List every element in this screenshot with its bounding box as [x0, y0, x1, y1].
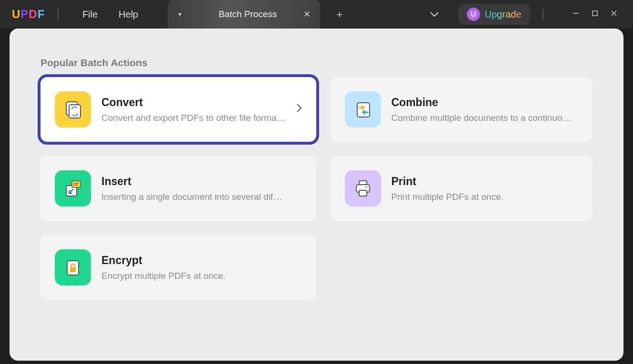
chevron-right-icon — [296, 103, 302, 116]
section-title: Popular Batch Actions — [40, 57, 593, 69]
card-desc: Encrypt multiple PDFs at once. — [101, 271, 302, 281]
chevron-down-icon[interactable] — [430, 10, 439, 20]
card-title: Encrypt — [101, 254, 302, 267]
card-desc: Combine multiple documents to a continuo… — [392, 113, 579, 123]
card-desc: Inserting a single document into several… — [101, 192, 302, 202]
action-grid: Convert Convert and export PDFs to other… — [40, 77, 593, 300]
card-desc: Convert and export PDFs to other file fo… — [101, 113, 286, 123]
card-title: Combine — [392, 96, 579, 109]
card-combine[interactable]: Combine Combine multiple documents to a … — [331, 77, 593, 142]
svg-rect-6 — [72, 181, 80, 187]
print-icon — [345, 170, 381, 207]
card-print[interactable]: Print Print multiple PDFs at once. — [331, 156, 593, 221]
card-insert[interactable]: Insert Inserting a single document into … — [40, 156, 316, 221]
encrypt-icon — [55, 249, 91, 285]
window-controls — [566, 10, 623, 19]
svg-rect-11 — [359, 190, 367, 196]
menu-file[interactable]: File — [82, 9, 98, 20]
insert-icon — [55, 170, 91, 207]
card-convert[interactable]: Convert Convert and export PDFs to other… — [40, 77, 316, 142]
avatar: U — [467, 8, 480, 21]
card-title: Convert — [101, 96, 286, 109]
menu-help[interactable]: Help — [119, 9, 138, 20]
active-tab[interactable]: ▼ Batch Process ✕ — [168, 0, 320, 29]
svg-rect-4 — [357, 103, 370, 117]
app-logo: UPDF — [12, 8, 45, 21]
upgrade-button[interactable]: U Upgrade — [458, 4, 530, 25]
card-title: Print — [392, 175, 579, 188]
new-tab-button[interactable]: ＋ — [334, 7, 345, 21]
svg-rect-1 — [593, 11, 597, 16]
svg-rect-15 — [70, 267, 76, 272]
convert-icon — [55, 91, 91, 128]
titlebar: UPDF │ File Help ▼ Batch Process ✕ ＋ U U… — [0, 0, 633, 29]
tab-title: Batch Process — [201, 9, 294, 20]
svg-point-12 — [365, 187, 366, 188]
close-tab-icon[interactable]: ✕ — [303, 9, 311, 20]
combine-icon — [345, 91, 381, 128]
card-encrypt[interactable]: Encrypt Encrypt multiple PDFs at once. — [40, 235, 316, 300]
card-desc: Print multiple PDFs at once. — [392, 192, 579, 202]
workspace: Popular Batch Actions Convert Convert an… — [10, 29, 623, 361]
svg-point-13 — [367, 187, 368, 188]
svg-rect-9 — [359, 181, 367, 185]
minimize-icon[interactable] — [566, 10, 585, 19]
divider: │ — [55, 9, 61, 20]
maximize-icon[interactable] — [585, 10, 604, 19]
card-title: Insert — [101, 175, 302, 188]
tab-dropdown-icon[interactable]: ▼ — [177, 11, 182, 17]
divider: │ — [541, 9, 547, 20]
upgrade-label: Upgrade — [485, 9, 522, 20]
close-icon[interactable] — [604, 10, 623, 19]
